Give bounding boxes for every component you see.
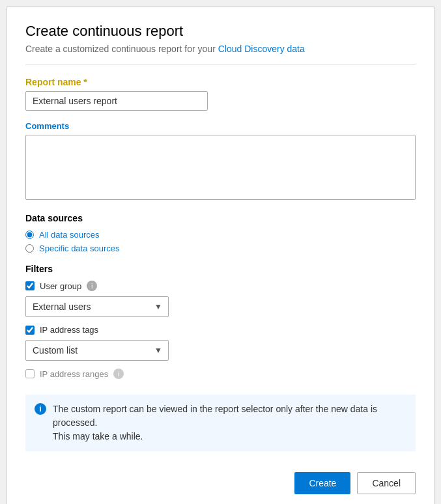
user-group-label: User group <box>40 281 81 291</box>
radio-specific-data-sources[interactable]: Specific data sources <box>25 244 416 253</box>
data-sources-radio-group: All data sources Specific data sources <box>25 230 416 253</box>
ip-address-ranges-checkbox[interactable] <box>25 369 35 378</box>
radio-specific-label: Specific data sources <box>39 244 120 253</box>
comments-textarea[interactable] <box>25 135 416 200</box>
radio-all-data-sources[interactable]: All data sources <box>25 230 416 240</box>
info-box-text: The custom report can be viewed in the r… <box>53 402 406 443</box>
create-button[interactable]: Create <box>294 472 350 494</box>
ip-address-tags-filter-row: IP address tags <box>25 325 416 335</box>
dialog-footer: Create Cancel <box>294 466 416 494</box>
info-box-icon: i <box>35 403 46 415</box>
ip-address-ranges-filter-row: IP address ranges i <box>25 369 416 379</box>
user-group-info-icon: i <box>87 281 97 291</box>
dialog-subtitle: Create a customized continuous report fo… <box>25 44 416 54</box>
divider <box>25 64 416 65</box>
user-group-dropdown-wrapper: External users Internal users All users … <box>25 296 416 317</box>
cancel-button[interactable]: Cancel <box>357 472 416 494</box>
filters-label: Filters <box>25 264 416 274</box>
radio-all-input[interactable] <box>25 231 34 239</box>
radio-all-label: All data sources <box>39 230 100 240</box>
ip-address-tags-select[interactable]: Custom list Corporate Cloud <box>25 340 169 361</box>
ip-address-ranges-info-icon: i <box>113 369 124 379</box>
ip-address-tags-checkbox[interactable] <box>25 326 35 335</box>
ip-address-tags-dropdown-container: Custom list Corporate Cloud ▼ <box>25 340 169 361</box>
radio-specific-input[interactable] <box>25 244 34 253</box>
cloud-discovery-link[interactable]: Cloud Discovery data <box>218 44 305 54</box>
info-box: i The custom report can be viewed in the… <box>25 395 416 451</box>
subtitle-text: Create a customized continuous report fo… <box>25 44 218 54</box>
ip-address-tags-label: IP address tags <box>40 325 98 335</box>
info-line1: The custom report can be viewed in the r… <box>53 404 377 428</box>
user-group-select[interactable]: External users Internal users All users <box>25 296 169 317</box>
info-line2: This may take a while. <box>53 431 143 441</box>
user-group-checkbox[interactable] <box>25 281 35 290</box>
user-group-filter-row: User group i <box>25 281 416 291</box>
create-report-dialog: Create continuous report Create a custom… <box>7 7 434 504</box>
dialog-title: Create continuous report <box>25 23 416 40</box>
data-sources-label: Data sources <box>25 213 416 223</box>
ip-address-tags-dropdown-wrapper: Custom list Corporate Cloud ▼ <box>25 340 416 361</box>
report-name-input[interactable] <box>25 91 208 111</box>
comments-label: Comments <box>25 121 416 131</box>
user-group-dropdown-container: External users Internal users All users … <box>25 296 169 317</box>
required-indicator: * <box>83 77 87 87</box>
report-name-label: Report name * <box>25 77 416 87</box>
ip-address-ranges-label: IP address ranges <box>40 369 108 379</box>
